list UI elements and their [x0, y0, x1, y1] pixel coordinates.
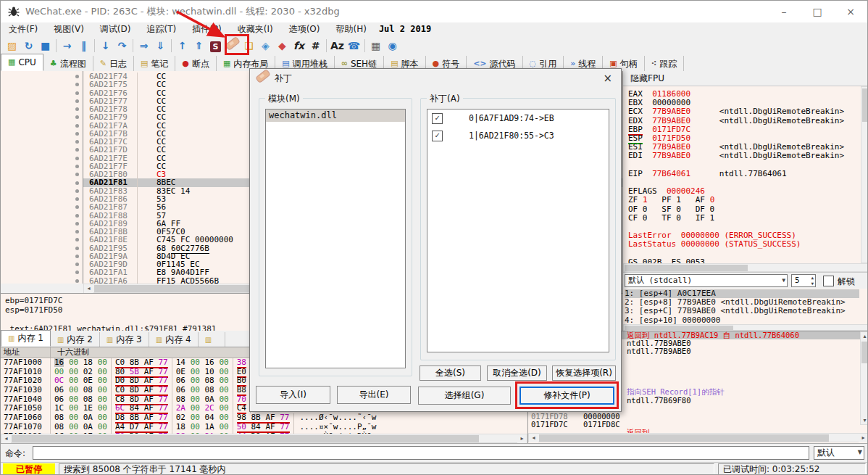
unlock-checkbox[interactable] — [823, 276, 834, 286]
hide-fpu-button[interactable]: 隐藏FPU — [623, 71, 868, 86]
calculator-icon[interactable]: ▦ — [367, 38, 384, 54]
maximize-button[interactable]: □ — [801, 1, 834, 22]
breakpoint-dot[interactable] — [75, 230, 79, 234]
call-arguments-view[interactable]: 1: [esp+4] A0C17EEA2: [esp+8] 77B9ABE0 <… — [625, 289, 859, 325]
breakpoint-dot[interactable] — [75, 148, 79, 152]
bookmark-icon[interactable]: ◆ — [274, 38, 291, 54]
modules-list[interactable]: wechatwin.dll — [265, 109, 406, 368]
menu-item-o[interactable]: 选项(O) — [281, 23, 328, 36]
scylla-hide-icon[interactable]: S — [207, 38, 224, 54]
tab-断点[interactable]: ●断点 — [175, 56, 217, 71]
stack-row[interactable]: 0171FD7C0171FD8C — [528, 421, 868, 429]
registers-panel[interactable]: 隐藏FPU EAX 01186000EBX 00000000ECX 77B9AB… — [622, 71, 868, 331]
patch-file-button[interactable]: 修补文件(P) — [519, 387, 614, 405]
menu-item-p[interactable]: 插件(P) — [184, 23, 230, 36]
patch-dialog-titlebar[interactable]: 补丁 × — [250, 69, 621, 88]
breakpoint-dot[interactable] — [75, 247, 79, 250]
tab-笔记[interactable]: ▤笔记 — [134, 56, 175, 71]
step-out-icon[interactable]: ↑ — [174, 38, 191, 54]
patch-list-item[interactable]: ✓0|6A7F1AD9:74->EB — [427, 110, 609, 127]
run-icon[interactable]: → — [59, 38, 75, 54]
arg-count-stepper[interactable]: 5▲▼ — [791, 274, 816, 287]
close-button[interactable]: × — [834, 1, 867, 22]
menu-item-t[interactable]: 追踪(T) — [138, 23, 184, 36]
pause-icon[interactable]: ‖ — [75, 38, 92, 54]
function-icon[interactable]: fx — [291, 38, 307, 54]
register-line[interactable]: CF 0 TF 0 IF 1 — [628, 214, 844, 223]
restart-icon[interactable]: ↻ — [20, 38, 37, 54]
breakpoint-dot[interactable] — [75, 140, 79, 144]
breakpoint-dot[interactable] — [75, 255, 79, 258]
menu-item-f[interactable]: 文件(F) — [1, 23, 46, 36]
patch-checkbox[interactable]: ✓ — [432, 131, 443, 141]
patch-list-item[interactable]: ✓1|6AD21F80:55->C3 — [427, 127, 609, 144]
breakpoint-dot[interactable] — [75, 205, 79, 209]
restore-selection-button[interactable]: 恢复选择项(R) — [552, 365, 616, 381]
breakpoint-dot[interactable] — [75, 238, 79, 241]
arguments-hscrollbar[interactable] — [623, 324, 868, 331]
breakpoint-dot[interactable] — [75, 279, 79, 283]
run-to-cursor-icon[interactable]: ⇒ — [135, 38, 152, 54]
deselect-all-button[interactable]: 取消全选(D) — [487, 365, 547, 381]
menu-item-d[interactable]: 调试(D) — [92, 23, 139, 36]
command-input[interactable] — [33, 446, 809, 460]
calling-convention-select[interactable]: 默认 (stdcall)▼ — [625, 274, 788, 287]
tab-日志[interactable]: ✎日志 — [93, 56, 134, 71]
stack-hscrollbar[interactable]: ◂ ▸ — [528, 433, 868, 442]
memory-tab-内存2[interactable]: ▥内存 2 — [51, 332, 100, 347]
minimize-button[interactable]: – — [767, 1, 801, 22]
memory-tab-内存4[interactable]: ▥内存 4 — [149, 332, 199, 347]
execute-till-return-icon[interactable]: ⇓ — [152, 38, 169, 54]
argument-row[interactable]: 4: [esp+10] 00000000 — [625, 316, 859, 325]
breakpoint-dot[interactable] — [75, 124, 79, 128]
step-over-icon[interactable]: ↷ — [114, 38, 130, 54]
dump-hscrollbar[interactable]: ◂ ▸ — [1, 434, 527, 443]
register-line[interactable]: EIP 77B64061 ntdll.77B64061 — [628, 170, 844, 178]
registers-hscrollbar[interactable] — [623, 263, 868, 272]
patch-checkbox[interactable]: ✓ — [432, 113, 443, 124]
register-line[interactable]: EDI 77B9ABE0 <ntdll.DbgUiRemoteBreakin> — [628, 152, 844, 160]
register-line[interactable]: LastStatus 00000000 (STATUS_SUCCESS) — [628, 240, 844, 249]
breakpoint-dot[interactable] — [75, 197, 79, 201]
breakpoint-dot[interactable] — [75, 99, 79, 103]
menu-item-h[interactable]: 帮助(H) — [327, 23, 374, 36]
menu-item-i[interactable]: 收藏夹(I) — [230, 23, 281, 36]
device-icon[interactable]: ☎ — [346, 38, 362, 54]
select-all-button[interactable]: 全选(S) — [420, 365, 481, 381]
command-profile-select[interactable]: 默认 ▼ — [814, 446, 864, 460]
breakpoint-dot[interactable] — [75, 115, 79, 119]
tab-CPU[interactable]: ▦CPU — [1, 54, 43, 71]
globe-icon[interactable]: ◉ — [384, 38, 401, 54]
select-group-button[interactable]: 选择组(G) — [418, 387, 511, 405]
module-list-item[interactable]: wechatwin.dll — [266, 110, 405, 122]
export-button[interactable]: 导出(E) — [337, 386, 411, 404]
step-into-icon[interactable]: ↓ — [97, 38, 114, 54]
hash-icon[interactable]: # — [307, 38, 324, 54]
breakpoint-dot[interactable] — [75, 270, 79, 274]
memory-tab-内存3[interactable]: ▥内存 3 — [100, 332, 149, 347]
breakpoint-dot[interactable] — [75, 165, 79, 168]
breakpoint-dot[interactable] — [75, 132, 79, 136]
patch-icon[interactable] — [224, 38, 241, 54]
tab-跟踪[interactable]: ⁖跟踪 — [645, 56, 685, 71]
memory-tab-内存1[interactable]: ▥内存 1 — [1, 330, 51, 347]
run-to-user-code-icon[interactable]: ⇑ — [191, 38, 207, 54]
breakpoint-dot[interactable] — [75, 173, 79, 176]
tab-流程图[interactable]: ♣流程图 — [43, 56, 93, 71]
argument-row[interactable]: 3: [esp+C] 77B9ABE0 <ntdll.DbgUiRemoteBr… — [625, 307, 859, 315]
registers-vscrollbar[interactable] — [861, 86, 868, 263]
stack-vscrollbar[interactable]: ▴ ▾ — [860, 331, 868, 425]
patches-list[interactable]: ✓0|6A7F1AD9:74->EB✓1|6AD21F80:55->C3 — [427, 109, 609, 352]
breakpoint-dot[interactable] — [75, 91, 79, 95]
memory-tab-partial[interactable]: ▥ — [199, 332, 225, 347]
label-icon[interactable]: ◈ — [257, 38, 274, 54]
strings-icon[interactable]: Az — [329, 38, 346, 54]
breakpoint-dot[interactable] — [75, 83, 79, 86]
menu-item-v[interactable]: 视图(V) — [46, 23, 92, 36]
breakpoint-dot[interactable] — [75, 222, 79, 226]
breakpoint-dot[interactable] — [75, 181, 79, 185]
open-file-icon[interactable]: ▨ — [4, 38, 20, 54]
breakpoint-dot[interactable] — [75, 157, 79, 160]
stop-icon[interactable]: ■ — [37, 38, 54, 54]
dialog-close-icon[interactable]: × — [603, 72, 621, 85]
